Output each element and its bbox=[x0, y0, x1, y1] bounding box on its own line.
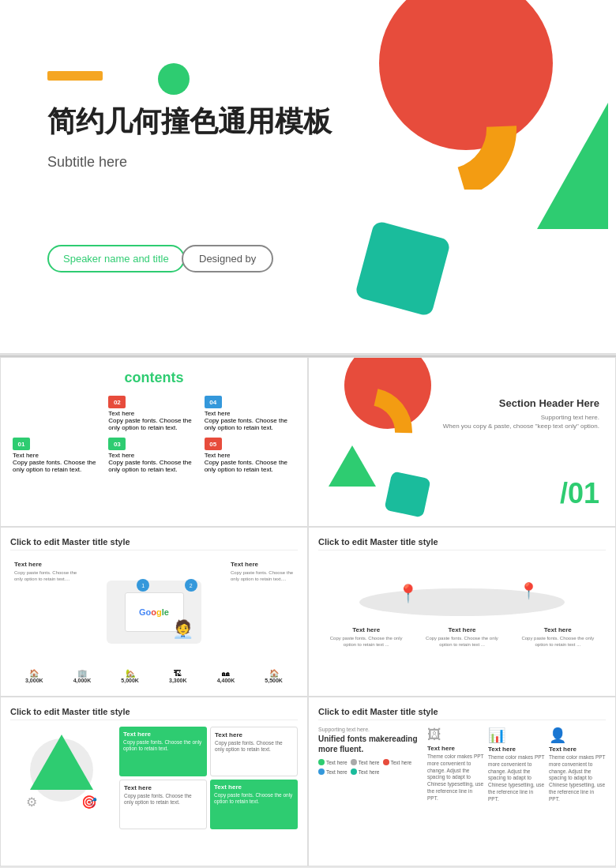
green-triangle-lg bbox=[30, 735, 93, 790]
map-col1-title: Text here bbox=[327, 626, 406, 633]
legend-dot-gray bbox=[351, 759, 357, 765]
building2-icon: 🏗 bbox=[169, 669, 187, 678]
pin-teal-icon: 📍 bbox=[519, 581, 539, 600]
col2-title: Text here bbox=[488, 746, 545, 753]
item-title: Text here bbox=[108, 410, 199, 417]
contents-grid-row2: 01 Text here Copy paste fonts. Choose th… bbox=[13, 438, 295, 473]
legend-dot-green bbox=[318, 759, 325, 765]
text-left-desc: Copy paste fonts. Choose the only option… bbox=[14, 570, 77, 583]
slide-7-title: Click to edit Master title style bbox=[318, 707, 606, 720]
legend-item-3: Text here bbox=[383, 759, 412, 765]
slide-7-layout: Supporting text here. Unified fonts make… bbox=[318, 727, 606, 802]
legend-row: Text here Text here Text here Text here bbox=[318, 759, 421, 775]
teal-square-decoration bbox=[355, 220, 451, 317]
stat-item: 🏗 3,300K bbox=[169, 669, 187, 683]
slide-4-title: Click to edit Master title style bbox=[10, 537, 298, 550]
item-title: Text here bbox=[108, 452, 199, 459]
legend-dot-red bbox=[383, 759, 389, 765]
text-right-title: Text here bbox=[231, 561, 294, 568]
text-right-desc: Copy paste fonts. Choose the only option… bbox=[231, 570, 294, 583]
slide-1-title: 简约几何撞色通用模板 bbox=[47, 103, 332, 141]
slide-4: Click to edit Master title style Text he… bbox=[0, 527, 308, 697]
map-col1-desc: Copy paste fonts. Choose the only option… bbox=[327, 636, 406, 648]
legend-item-4: Text here bbox=[318, 768, 347, 775]
designed-by-button[interactable]: Designed by bbox=[182, 245, 273, 272]
box2-desc: Copy paste fonts. Choose the only option… bbox=[215, 740, 293, 753]
map-visual: 📍 📍 bbox=[318, 557, 606, 620]
map-col3-desc: Copy paste fonts. Choose the only option… bbox=[518, 636, 597, 648]
orange-arc-decoration bbox=[399, 63, 525, 190]
pin-red-icon: 📍 bbox=[397, 584, 419, 604]
col1-title: Text here bbox=[427, 745, 484, 752]
gear-icon: ⚙ bbox=[26, 795, 37, 810]
slide-1: 简约几何撞色通用模板 Subtitle here Speaker name an… bbox=[0, 0, 616, 355]
map-text-row: Text here Copy paste fonts. Choose the o… bbox=[318, 626, 606, 648]
slide-5-title: Click to edit Master title style bbox=[318, 537, 606, 550]
slide7-big-text: Unified fonts makereading more fluent. bbox=[318, 734, 421, 754]
yellow-bar-decoration bbox=[47, 71, 103, 81]
contents-title: contents bbox=[13, 370, 295, 386]
map-col-3: Text here Copy paste fonts. Choose the o… bbox=[518, 626, 597, 648]
slide-6-layout: ⚙ 🎯 Text here Copy paste fonts. Choose t… bbox=[10, 727, 298, 829]
col1-icon: 🖼 bbox=[427, 727, 484, 743]
list-item: 03 Text here Copy paste fonts. Choose th… bbox=[108, 438, 199, 473]
white-box-3: Text here Copy paste fonts. Choose the o… bbox=[119, 780, 207, 829]
stat-val: 5,000K bbox=[121, 678, 139, 683]
slide-6-visual: ⚙ 🎯 bbox=[10, 727, 113, 829]
box3-title: Text here bbox=[124, 784, 202, 791]
green-box-1: Text here Copy paste fonts. Choose the o… bbox=[119, 727, 207, 776]
green-triangle-decoration bbox=[537, 103, 608, 229]
section-number: /01 bbox=[560, 477, 599, 510]
list-item: 02 Text here Copy paste fonts. Choose th… bbox=[108, 396, 199, 431]
legend-label-1: Text here bbox=[326, 760, 347, 765]
list-item: 05 Text here Copy paste fonts. Choose th… bbox=[205, 438, 295, 473]
home2-icon: 🏡 bbox=[121, 669, 139, 678]
apt-icon: 🏠 bbox=[265, 669, 283, 678]
slide-2-contents: contents 02 Text here Copy paste fonts. … bbox=[0, 357, 308, 527]
item-desc: Copy paste fonts. Choose the only option… bbox=[108, 417, 199, 431]
box1-title: Text here bbox=[123, 731, 203, 738]
list-item: 01 Text here Copy paste fonts. Choose th… bbox=[13, 438, 103, 473]
slide7-col-2: 📊 Text here Theme color makes PPT more c… bbox=[488, 727, 545, 802]
badge-2: 2 bbox=[185, 579, 197, 592]
slide7-support: Supporting text here. bbox=[318, 727, 421, 732]
map-col3-title: Text here bbox=[518, 626, 597, 633]
stat-val: 5,500K bbox=[265, 678, 283, 683]
green-box-4: Text here Copy paste fonts. Choose the o… bbox=[210, 780, 298, 829]
box2-title: Text here bbox=[215, 731, 293, 738]
slide7-col-3: 👤 Text here Theme color makes PPT more c… bbox=[549, 727, 606, 802]
contents-grid: 02 Text here Copy paste fonts. Choose th… bbox=[13, 396, 295, 431]
stat-val: 4,000K bbox=[73, 678, 92, 683]
slide-7: Click to edit Master title style Support… bbox=[308, 697, 616, 866]
legend-label-4: Text here bbox=[326, 769, 347, 775]
green-circle-decoration bbox=[158, 63, 190, 95]
item-title: Text here bbox=[205, 410, 295, 417]
speaker-name-button[interactable]: Speaker name and title bbox=[47, 245, 185, 272]
box4-title: Text here bbox=[214, 783, 294, 791]
legend-dot-teal bbox=[351, 768, 357, 775]
item-desc: Copy paste fonts. Choose the only option… bbox=[13, 459, 103, 473]
list-item: 04 Text here Copy paste fonts. Choose th… bbox=[205, 396, 295, 431]
stat-item: 🏡 5,000K bbox=[121, 669, 139, 683]
num-box-04: 04 bbox=[205, 396, 222, 408]
section-note: When you copy & paste, choose "keep text… bbox=[443, 422, 599, 430]
slide-4-text-right: Text here Copy paste fonts. Choose the o… bbox=[231, 561, 294, 583]
col1-desc: Theme color makes PPT more convenient to… bbox=[427, 753, 484, 802]
slide-1-subtitle: Subtitle here bbox=[47, 154, 127, 171]
section-supporting: Supporting text here. bbox=[443, 413, 599, 422]
section-header: Section Header Here bbox=[443, 397, 599, 409]
slide-6: Click to edit Master title style ⚙ 🎯 Tex… bbox=[0, 697, 308, 866]
green-triangle-sm bbox=[329, 445, 376, 487]
slide7-col-1: 🖼 Text here Theme color makes PPT more c… bbox=[427, 727, 484, 802]
col2-icon: 📊 bbox=[488, 727, 545, 744]
legend-dot-blue bbox=[318, 768, 325, 775]
stat-item: 🏘 4,400K bbox=[217, 669, 235, 683]
num-box-02: 02 bbox=[108, 396, 126, 408]
num-box-05: 05 bbox=[205, 438, 222, 450]
slide-4-content: Text here Copy paste fonts. Choose the o… bbox=[10, 557, 298, 683]
item-desc: Copy paste fonts. Choose the only option… bbox=[108, 459, 199, 473]
map-col-2: Text here Copy paste fonts. Choose the o… bbox=[423, 626, 501, 648]
home-icon: 🏠 bbox=[25, 669, 43, 678]
stats-row: 🏠 3,000K 🏢 4,000K 🏡 5,000K 🏗 3,300K 🏘 bbox=[10, 669, 298, 683]
col3-icon: 👤 bbox=[549, 727, 606, 744]
